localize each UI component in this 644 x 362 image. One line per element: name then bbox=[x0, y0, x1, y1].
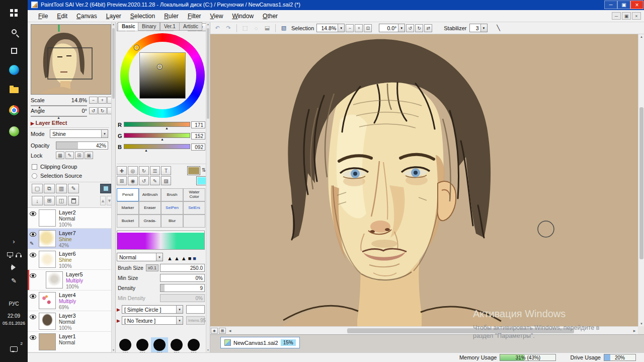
rotate-ccw-button[interactable]: ↺ bbox=[406, 24, 414, 32]
angle-cw-button[interactable]: ↻ bbox=[98, 107, 107, 114]
lock-pencil-button[interactable]: ✎ bbox=[65, 152, 74, 159]
visibility-eye-icon[interactable] bbox=[30, 273, 36, 278]
brush-texture-select[interactable]: [ No Texture ] ▼ bbox=[122, 316, 183, 325]
opacity-slider[interactable]: 42% bbox=[56, 141, 108, 150]
visibility-eye-icon[interactable] bbox=[30, 211, 36, 216]
preset-size-button[interactable] bbox=[168, 337, 185, 352]
visibility-eye-icon[interactable] bbox=[30, 335, 36, 340]
clipping-group-checkbox[interactable] bbox=[32, 164, 37, 170]
hue-marker[interactable] bbox=[134, 45, 139, 50]
layer-row[interactable]: Layer5 Multiply 100% bbox=[28, 270, 111, 291]
size-mult-button[interactable]: x0.1 bbox=[146, 264, 158, 271]
new-linework-layer-button[interactable]: ✎ bbox=[68, 184, 79, 193]
selection-view-button[interactable] bbox=[100, 184, 111, 193]
saturation-value-square[interactable] bbox=[139, 52, 186, 99]
child-close-button[interactable]: × bbox=[632, 12, 641, 20]
eyedropper-tool-button[interactable]: ✎ bbox=[150, 176, 160, 185]
scroll-up-icon[interactable]: ▲ bbox=[206, 22, 210, 27]
tab-binary[interactable]: Binary bbox=[138, 22, 160, 31]
deselect-button[interactable]: ⬚ bbox=[240, 24, 250, 33]
child-minimize-button[interactable]: ─ bbox=[612, 12, 621, 20]
zoom-select[interactable]: 14.8% ▼ bbox=[316, 24, 345, 32]
scrollbar-thumb[interactable] bbox=[207, 28, 209, 119]
duplicate-layer-button[interactable]: ▥ bbox=[56, 184, 67, 193]
new-layer-set-button[interactable]: ⧉ bbox=[44, 184, 55, 193]
menu-selection[interactable]: Selection bbox=[126, 11, 159, 21]
stabilizer-select[interactable]: 3 ▼ bbox=[469, 24, 488, 32]
close-button[interactable]: × bbox=[630, 1, 643, 9]
brush-blend-select[interactable]: Normal ▼ bbox=[117, 253, 163, 261]
select-tool-button[interactable]: ⊞ bbox=[117, 176, 127, 185]
rotate-tool-button[interactable]: ↻ bbox=[139, 166, 149, 175]
tray-icons-row[interactable] bbox=[0, 249, 28, 260]
brush-shape-icons[interactable]: ▲▲▲■■ bbox=[167, 253, 198, 262]
child-restore-button[interactable]: ▣ bbox=[622, 12, 631, 20]
layer-effect-header[interactable]: ▶ Layer Effect bbox=[31, 120, 67, 126]
green-slider-marker[interactable]: ▲ bbox=[160, 137, 164, 141]
clear-layer-button[interactable]: ◫ bbox=[56, 196, 67, 205]
scroll-down-icon[interactable]: ▼ bbox=[112, 348, 115, 352]
visibility-eye-icon[interactable] bbox=[30, 232, 36, 237]
layer-thumbnail[interactable] bbox=[39, 292, 56, 309]
invert-selection-button[interactable]: ◌ bbox=[251, 24, 261, 33]
lock-all-button[interactable]: ▣ bbox=[85, 152, 93, 159]
green-app-button[interactable] bbox=[0, 123, 28, 140]
notification-center-button[interactable]: 2 bbox=[0, 340, 28, 357]
menu-layer[interactable]: Layer bbox=[102, 11, 126, 21]
brush-blur[interactable]: Blur bbox=[161, 214, 183, 228]
rotate-cw-button[interactable]: ↻ bbox=[415, 24, 423, 32]
color-wheel[interactable] bbox=[120, 33, 205, 118]
selection-source-radio[interactable] bbox=[32, 173, 37, 179]
shape-square-icon[interactable]: ■ bbox=[188, 255, 192, 261]
special-tool-button[interactable]: ▨ bbox=[161, 176, 171, 185]
layer-thumbnail[interactable] bbox=[39, 230, 56, 247]
file-explorer-button[interactable] bbox=[0, 82, 28, 99]
flip-horizontal-button[interactable]: ⇄ bbox=[424, 24, 432, 32]
color-gradient-strip[interactable] bbox=[117, 231, 205, 250]
merge-down-button[interactable]: ↓ bbox=[32, 196, 43, 205]
brush-marker[interactable]: Marker bbox=[117, 201, 139, 214]
green-slider[interactable] bbox=[124, 133, 190, 138]
scrollbar-thumb[interactable] bbox=[347, 328, 574, 333]
task-view-button[interactable] bbox=[0, 42, 28, 59]
menu-ruler[interactable]: Ruler bbox=[159, 11, 183, 21]
undo-button[interactable]: ↶ bbox=[212, 24, 222, 33]
tab-ver1[interactable]: Ver.1 bbox=[160, 22, 180, 31]
scale-minus-button[interactable]: − bbox=[89, 97, 98, 104]
red-slider-marker[interactable]: ▲ bbox=[165, 126, 169, 130]
rotation-select[interactable]: 0.0° ▼ bbox=[379, 24, 405, 32]
density-field[interactable]: 9 bbox=[160, 284, 205, 292]
brush-gradation[interactable]: Grada- bbox=[139, 214, 161, 228]
scale-plus-button[interactable]: + bbox=[98, 97, 107, 104]
shape-triangle-icon[interactable]: ▲ bbox=[167, 255, 173, 261]
layer-thumbnail[interactable] bbox=[46, 271, 63, 288]
layer-mode-select[interactable]: Shine ▼ bbox=[50, 129, 108, 138]
zoom-in-button[interactable]: + bbox=[355, 24, 363, 32]
shape-triangle-icon[interactable]: ▲ bbox=[181, 255, 187, 261]
layer-row[interactable]: Layer3 Normal 100% bbox=[28, 311, 111, 332]
layer-row[interactable]: Layer2 Normal 100% bbox=[28, 208, 111, 229]
shape-triangle-icon[interactable]: ▲ bbox=[174, 255, 180, 261]
edge-button[interactable] bbox=[0, 61, 28, 79]
delete-layer-button[interactable] bbox=[68, 196, 79, 205]
menu-window[interactable]: Window bbox=[227, 11, 258, 21]
blue-value[interactable]: 092 bbox=[191, 143, 205, 151]
zoom-fit-button[interactable]: ⊡ bbox=[364, 24, 372, 32]
lock-transparency-button[interactable]: ▦ bbox=[56, 152, 64, 159]
brush-eraser[interactable]: Eraser bbox=[139, 201, 161, 214]
brush-size-field[interactable]: 250.0 bbox=[160, 264, 205, 272]
document-tab[interactable]: NewCanvas1.sai2 15% bbox=[220, 337, 300, 348]
brush-selpen[interactable]: SelPen bbox=[161, 201, 183, 214]
red-value[interactable]: 171 bbox=[191, 121, 205, 128]
hidden-icons-button[interactable]: › bbox=[0, 236, 28, 247]
panel1-scrollbar[interactable]: ▲ ▼ bbox=[111, 22, 115, 352]
zoom-tool-button[interactable]: ◎ bbox=[128, 166, 138, 175]
texture-section-arrow-icon[interactable]: ▶ bbox=[117, 318, 120, 323]
scroll-right-icon[interactable]: ▶ bbox=[631, 329, 638, 332]
titlebar[interactable]: PaintTool SAI Ver.2 (64bit) Preview.2020… bbox=[28, 0, 644, 10]
maximize-button[interactable]: ▣ bbox=[617, 1, 630, 9]
brush-watercolor[interactable]: Water Color bbox=[183, 188, 205, 201]
clock-time[interactable]: 22:09 bbox=[0, 313, 28, 319]
start-button[interactable] bbox=[0, 4, 28, 21]
layer-up-button[interactable]: ▴ bbox=[100, 196, 106, 205]
